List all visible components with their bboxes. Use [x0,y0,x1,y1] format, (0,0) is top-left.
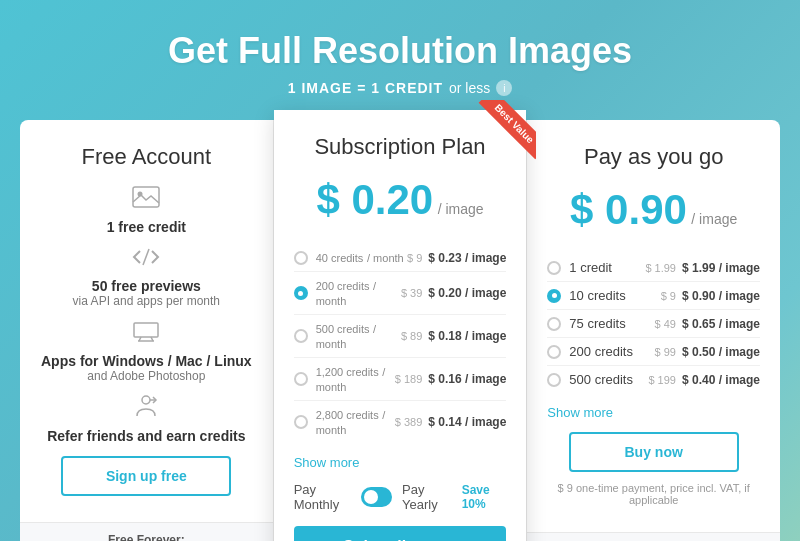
subscription-price-unit: / image [438,201,484,217]
subscription-option-1200[interactable]: 1,200 credits / month $ 189 $ 0.16 / ima… [294,358,507,401]
credit-equation-suffix: or less [449,80,490,96]
apps-subtitle: and Adobe Photoshop [40,369,253,383]
subscription-option-2800-base: $ 389 [395,416,423,428]
paygo-price-amount: $ 0.90 [570,186,687,233]
refer-icon [40,395,253,422]
app-icon [40,320,253,347]
paygo-options: 1 credit $ 1.99 $ 1.99 / image 10 credit… [547,254,760,393]
free-card-body: Free Account 1 free credit 50 free previ… [20,120,273,522]
subscription-option-1200-base: $ 189 [395,373,423,385]
apps-title: Apps for Windows / Mac / Linux [40,353,253,369]
paygo-price-note: $ 9 one-time payment, price incl. VAT, i… [547,482,760,506]
free-credit-feature: 1 free credit [40,219,253,235]
paygo-card: Pay as you go $ 0.90 / image 1 credit $ … [526,120,780,541]
paygo-radio-500[interactable] [547,373,561,387]
subscription-option-40-label: 40 credits / month [316,250,407,265]
subscribe-button[interactable]: Subscribe now [294,526,507,541]
paygo-option-75[interactable]: 75 credits $ 49 $ 0.65 / image [547,310,760,338]
refer-feature: Refer friends and earn credits [40,428,253,444]
header-subtitle: 1 IMAGE = 1 CREDIT or less i [288,80,513,96]
paygo-option-200-new: $ 0.50 / image [682,345,760,359]
pay-yearly-label: Pay Yearly [402,482,452,512]
paygo-option-75-label: 75 credits [569,316,654,331]
subscription-option-2800-label: 2,800 credits / month [316,407,395,437]
paygo-radio-200[interactable] [547,345,561,359]
free-card-footer: Free Forever: Recommended for personal u… [20,522,273,541]
subscription-option-200-new: $ 0.20 / image [428,286,506,300]
subscription-price: $ 0.20 / image [294,176,507,224]
paygo-price-unit: / image [691,211,737,227]
paygo-option-1-label: 1 credit [569,260,645,275]
paygo-option-500-label: 500 credits [569,372,648,387]
free-previews-title: 50 free previews [40,278,253,294]
subscription-option-500[interactable]: 500 credits / month $ 89 $ 0.18 / image [294,315,507,358]
paygo-card-footer: Credits available for use anytime within… [527,532,780,541]
subscription-option-500-base: $ 89 [401,330,422,342]
svg-line-2 [143,249,149,265]
subscription-option-40-new: $ 0.23 / image [428,251,506,265]
free-footer-title: Free Forever: [36,533,257,541]
subscription-radio-500[interactable] [294,329,308,343]
paygo-option-10-base: $ 9 [661,290,676,302]
free-card-title: Free Account [40,144,253,170]
free-previews-feature: 50 free previews via API and apps per mo… [40,278,253,308]
paygo-radio-1[interactable] [547,261,561,275]
svg-point-7 [142,396,150,404]
subscription-show-more[interactable]: Show more [294,455,507,470]
paygo-card-body: Pay as you go $ 0.90 / image 1 credit $ … [527,120,780,532]
paygo-option-75-new: $ 0.65 / image [682,317,760,331]
credit-info-icon[interactable]: i [496,80,512,96]
subscription-option-500-label: 500 credits / month [316,321,401,351]
paygo-option-200[interactable]: 200 credits $ 99 $ 0.50 / image [547,338,760,366]
paygo-option-10-new: $ 0.90 / image [682,289,760,303]
subscription-option-40[interactable]: 40 credits / month $ 9 $ 0.23 / image [294,244,507,272]
paygo-option-200-label: 200 credits [569,344,654,359]
pay-monthly-label: Pay Monthly [294,482,352,512]
subscription-option-200[interactable]: 200 credits / month $ 39 $ 0.20 / image [294,272,507,315]
paygo-option-10-label: 10 credits [569,288,660,303]
apps-feature: Apps for Windows / Mac / Linux and Adobe… [40,353,253,383]
billing-toggle[interactable] [361,487,392,507]
best-value-badge: Best Value [456,100,536,180]
paygo-option-75-base: $ 49 [655,318,676,330]
subscription-option-2800-new: $ 0.14 / image [428,415,506,429]
subscription-card: Best Value Subscription Plan $ 0.20 / im… [274,110,527,541]
free-previews-subtitle: via API and apps per month [40,294,253,308]
subscription-option-200-base: $ 39 [401,287,422,299]
subscription-option-200-label: 200 credits / month [316,278,401,308]
sign-up-button[interactable]: Sign up free [61,456,231,496]
save-badge: Save 10% [462,483,507,511]
paygo-option-500-base: $ 199 [648,374,676,386]
paygo-radio-10[interactable] [547,289,561,303]
subscription-option-2800[interactable]: 2,800 credits / month $ 389 $ 0.14 / ima… [294,401,507,443]
refer-title: Refer friends and earn credits [40,428,253,444]
paygo-option-500-new: $ 0.40 / image [682,373,760,387]
pricing-cards: Free Account 1 free credit 50 free previ… [20,120,780,541]
subscription-radio-40[interactable] [294,251,308,265]
paygo-price: $ 0.90 / image [547,186,760,234]
subscription-radio-1200[interactable] [294,372,308,386]
paygo-option-200-base: $ 99 [655,346,676,358]
buy-now-button[interactable]: Buy now [569,432,739,472]
subscription-options: 40 credits / month $ 9 $ 0.23 / image 20… [294,244,507,443]
paygo-radio-75[interactable] [547,317,561,331]
credit-equation-label: 1 IMAGE = 1 CREDIT [288,80,443,96]
paygo-show-more[interactable]: Show more [547,405,760,420]
svg-rect-0 [133,187,159,207]
paygo-option-1-base: $ 1.99 [645,262,676,274]
subscription-option-1200-label: 1,200 credits / month [316,364,395,394]
image-icon [40,186,253,213]
subscription-radio-2800[interactable] [294,415,308,429]
paygo-option-10[interactable]: 10 credits $ 9 $ 0.90 / image [547,282,760,310]
free-card: Free Account 1 free credit 50 free previ… [20,120,274,541]
subscription-option-500-new: $ 0.18 / image [428,329,506,343]
subscription-price-amount: $ 0.20 [316,176,433,223]
billing-toggle-row: Pay Monthly Pay Yearly Save 10% [294,482,507,512]
paygo-option-1[interactable]: 1 credit $ 1.99 $ 1.99 / image [547,254,760,282]
paygo-option-500[interactable]: 500 credits $ 199 $ 0.40 / image [547,366,760,393]
subscription-radio-200[interactable] [294,286,308,300]
subscription-option-1200-new: $ 0.16 / image [428,372,506,386]
code-icon [40,247,253,272]
paygo-option-1-new: $ 1.99 / image [682,261,760,275]
free-credit-title: 1 free credit [40,219,253,235]
